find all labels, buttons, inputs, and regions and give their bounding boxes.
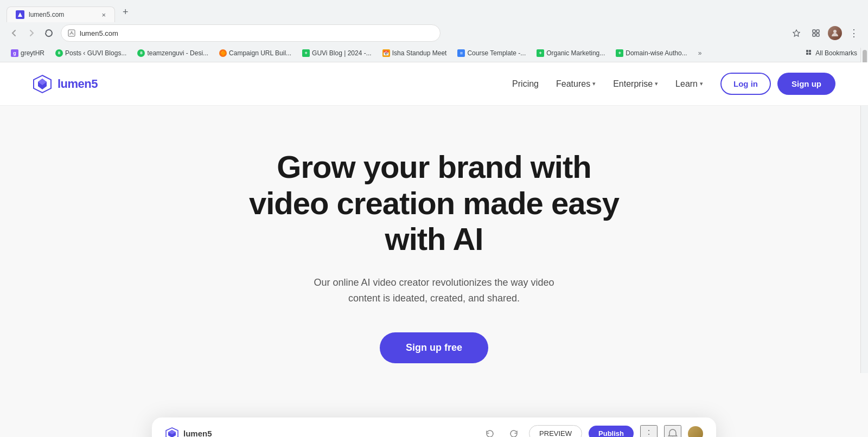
svg-rect-5 bbox=[816, 30, 819, 33]
signup-button[interactable]: Sign up bbox=[777, 73, 835, 95]
preview-preview-button[interactable]: PREVIEW bbox=[529, 425, 582, 437]
preview-topbar: lumen5 PREVIEW Publish ⋮ bbox=[152, 417, 716, 437]
nav-learn[interactable]: Learn ▾ bbox=[675, 79, 703, 89]
more-options-button[interactable]: ⋮ bbox=[846, 25, 861, 41]
svg-point-8 bbox=[833, 30, 837, 33]
reload-button[interactable] bbox=[41, 25, 56, 41]
navbar: lumen5 Pricing Features ▾ Enterprise ▾ L… bbox=[0, 62, 868, 106]
bookmark-domain-wise[interactable]: + Domain-wise Autho... bbox=[611, 48, 691, 59]
forward-button[interactable] bbox=[24, 25, 39, 41]
preview-redo-button[interactable] bbox=[505, 425, 522, 437]
login-button[interactable]: Log in bbox=[720, 73, 771, 95]
bookmarks-bar: g greytHR 8 Posts ‹ GUVI Blogs... 8 team… bbox=[0, 44, 868, 62]
bookmark-guvi-blog[interactable]: + GUVi Blog | 2024 -... bbox=[298, 48, 376, 59]
svg-rect-12 bbox=[809, 53, 811, 55]
preview-logo: lumen5 bbox=[165, 427, 212, 437]
back-button[interactable] bbox=[7, 25, 22, 41]
address-bar[interactable]: lumen5.com bbox=[61, 24, 441, 42]
enterprise-chevron: ▾ bbox=[655, 80, 658, 87]
extensions-button[interactable] bbox=[808, 25, 824, 41]
svg-rect-6 bbox=[813, 34, 815, 36]
svg-rect-4 bbox=[813, 30, 815, 33]
logo[interactable]: lumen5 bbox=[33, 74, 98, 94]
profile-avatar[interactable] bbox=[828, 26, 842, 40]
features-chevron: ▾ bbox=[592, 80, 596, 87]
bookmarks-more[interactable]: » bbox=[694, 48, 706, 59]
bookmark-course-template[interactable]: ≡ Course Template -... bbox=[453, 48, 530, 59]
nav-actions: Log in Sign up bbox=[720, 73, 835, 95]
svg-rect-11 bbox=[806, 53, 808, 55]
bookmark-campaign-url[interactable]: 🔶 Campaign URL Buil... bbox=[215, 48, 296, 59]
product-preview: lumen5 PREVIEW Publish ⋮ bbox=[152, 417, 716, 437]
bookmark-greyhr[interactable]: g greytHR bbox=[7, 48, 49, 59]
preview-more-button[interactable]: ⋮ bbox=[640, 425, 658, 437]
nav-features[interactable]: Features ▾ bbox=[556, 79, 596, 89]
browser-actions: ⋮ bbox=[789, 25, 861, 41]
hero-title: Grow your brand with video creation made… bbox=[239, 149, 629, 258]
signup-free-button[interactable]: Sign up free bbox=[380, 332, 488, 363]
preview-undo-button[interactable] bbox=[481, 425, 499, 437]
all-bookmarks[interactable]: All Bookmarks bbox=[801, 48, 861, 59]
bookmark-teamzenguvi[interactable]: 8 teamzenguvi - Desi... bbox=[133, 48, 213, 59]
preview-user-avatar[interactable] bbox=[688, 426, 703, 437]
svg-rect-9 bbox=[806, 50, 808, 52]
logo-icon bbox=[33, 74, 52, 94]
svg-marker-0 bbox=[18, 12, 22, 17]
star-button[interactable] bbox=[789, 25, 804, 41]
svg-marker-3 bbox=[793, 30, 800, 36]
hero-subtitle: Our online AI video creator revolutioniz… bbox=[298, 275, 570, 306]
preview-logo-text: lumen5 bbox=[183, 429, 212, 437]
browser-nav-buttons bbox=[7, 25, 56, 41]
url-text: lumen5.com bbox=[80, 29, 118, 37]
nav-links: Pricing Features ▾ Enterprise ▾ Learn ▾ bbox=[512, 79, 703, 89]
hero-section: Grow your brand with video creation made… bbox=[0, 106, 868, 396]
bookmark-organic-marketing[interactable]: + Organic Marketing... bbox=[532, 48, 609, 59]
preview-notification-button[interactable] bbox=[664, 425, 681, 437]
learn-chevron: ▾ bbox=[700, 80, 703, 87]
logo-text: lumen5 bbox=[58, 77, 98, 91]
preview-actions: PREVIEW Publish ⋮ bbox=[481, 425, 703, 437]
page-content: lumen5 Pricing Features ▾ Enterprise ▾ L… bbox=[0, 62, 868, 437]
bookmark-isha-standup[interactable]: 📅 Isha Standup Meet bbox=[378, 48, 451, 59]
preview-logo-icon bbox=[165, 427, 179, 437]
svg-point-2 bbox=[71, 31, 73, 33]
svg-rect-7 bbox=[816, 34, 819, 36]
nav-enterprise[interactable]: Enterprise ▾ bbox=[613, 79, 658, 89]
bookmark-guvi-blogs[interactable]: 8 Posts ‹ GUVI Blogs... bbox=[51, 48, 131, 59]
nav-pricing[interactable]: Pricing bbox=[512, 79, 539, 89]
svg-rect-10 bbox=[809, 50, 811, 52]
preview-publish-button[interactable]: Publish bbox=[589, 426, 634, 437]
